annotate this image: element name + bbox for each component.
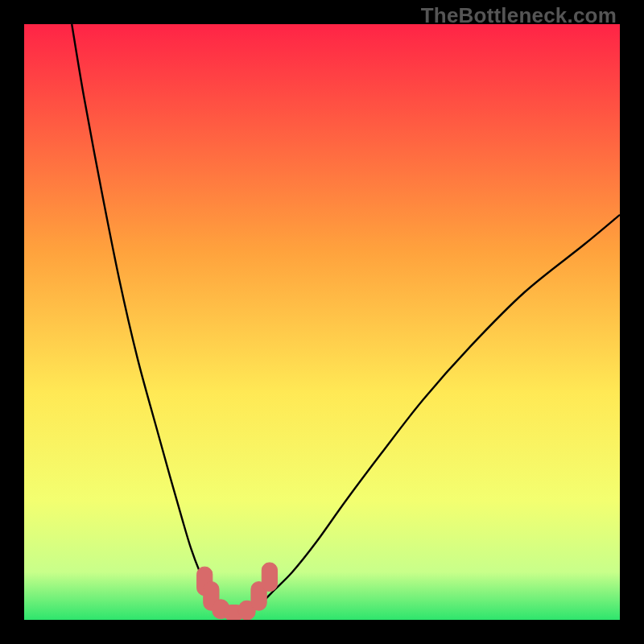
chart-svg (24, 24, 620, 620)
gradient-background (24, 24, 620, 620)
plot-area (24, 24, 620, 620)
marker (262, 563, 277, 592)
chart-frame: TheBottleneck.com (0, 0, 644, 644)
watermark-text: TheBottleneck.com (421, 3, 617, 28)
